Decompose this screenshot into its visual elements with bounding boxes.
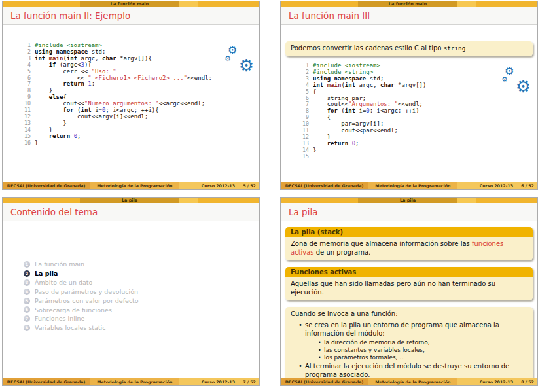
gear-icon: ⚙: [239, 57, 254, 74]
toc-label: Ámbito de un dato: [35, 278, 92, 287]
intro-text: Podemos convertir las cadenas estilo C a…: [291, 45, 444, 52]
toc-item[interactable]: 3Ámbito de un dato: [24, 278, 259, 287]
sub-bullet-item: •las constantes y variables locales,: [318, 347, 528, 355]
block-title: La pila (stack): [285, 227, 533, 237]
toc-label: La pila: [35, 269, 58, 278]
footline-term: Curso 2012-13: [480, 182, 513, 189]
block-body: Aquellas que han sido llamadas pero aún …: [285, 277, 533, 300]
footline: DECSAI (Universidad de Granada) Metodolo…: [3, 378, 259, 385]
toc-label: Parámetros con valor por defecto: [35, 296, 139, 306]
block-invocacion: Cuando se invoca a una función: •se crea…: [285, 307, 533, 384]
footline-course: Metodología de la Programación: [368, 378, 457, 385]
section-navigation-bar: La pila: [281, 198, 537, 203]
toc-number-ball: 7: [24, 315, 30, 322]
toc-item[interactable]: 2La pila: [24, 269, 259, 278]
code-line: 16}: [22, 140, 259, 147]
bullet-icon: •: [318, 354, 324, 362]
slide-body: 1La función main2La pila3Ámbito de un da…: [3, 222, 259, 378]
block-title: Funciones activas: [285, 267, 533, 277]
code-line: 7 return 1;: [22, 81, 259, 88]
code-line: 11 cout<<par<<endl;: [300, 128, 537, 134]
code-line: 14}: [300, 147, 537, 154]
page-number: 6 / 52: [521, 182, 534, 189]
section-tab: La función main: [80, 1, 180, 7]
footline-institute: DECSAI (Universidad de Granada): [3, 182, 90, 189]
slide-page-8[interactable]: La pila La pila La pila (stack) Zona de …: [280, 197, 538, 386]
toc-item[interactable]: 7Funciones inline: [24, 314, 259, 323]
intro-block-text: Podemos convertir las cadenas estilo C a…: [285, 41, 533, 56]
footline-term: Curso 2012-13: [202, 182, 235, 189]
block-intro: Cuando se invoca a una función:: [291, 310, 528, 318]
block-body: Zona de memoria que almacena información…: [285, 237, 533, 260]
bullet-text: Al terminar la ejecución del módulo se d…: [305, 362, 528, 379]
footline-right: Curso 2012-13 5 / 52: [179, 182, 259, 189]
page-number: 8 / 52: [521, 378, 534, 385]
block-la-pila-stack: La pila (stack) Zona de memoria que alma…: [285, 227, 533, 260]
gear-icon: ⚙: [516, 78, 531, 95]
section-tab: La función main: [358, 1, 458, 7]
section-tab: La pila: [358, 198, 458, 203]
code-listing: 1#include <iostream>2using namespace std…: [22, 43, 259, 147]
toc-label: Paso de parámetros y devolución: [35, 287, 138, 296]
code-line: 15: [300, 154, 537, 160]
section-tab-notch: [179, 1, 197, 7]
section-tab-notch: [179, 198, 197, 203]
footline-course: Metodología de la Programación: [368, 182, 457, 189]
block-text: Zona de memoria que almacena información…: [291, 240, 472, 247]
line-number: 16: [22, 140, 31, 147]
bullet-icon: •: [298, 362, 305, 379]
gears-icon: ⚙ ⚙ ⚙: [225, 45, 254, 74]
slide-body: 1#include <iostream>2using namespace std…: [3, 26, 259, 182]
toc-item[interactable]: 1La función main: [24, 260, 259, 269]
bullet-item: •Al terminar la ejecución del módulo se …: [298, 362, 528, 379]
bullet-icon: •: [318, 339, 324, 347]
intro-text-mono: string: [444, 45, 466, 52]
table-of-contents: 1La función main2La pila3Ámbito de un da…: [24, 260, 259, 332]
bullet-icon: •: [298, 321, 305, 338]
toc-number-ball: 6: [24, 306, 30, 313]
footline-right: Curso 2012-13 7 / 52: [179, 378, 259, 385]
toc-number-ball: 8: [24, 325, 30, 331]
footline-right: Curso 2012-13 6 / 52: [457, 182, 537, 189]
slide-page-7[interactable]: La pila Contenido del tema 1La función m…: [2, 197, 260, 386]
section-tab: La pila: [80, 198, 180, 203]
toc-label: Variables locales static: [35, 323, 105, 332]
section-navigation-bar: La función main: [3, 1, 259, 7]
toc-label: Funciones inline: [35, 314, 84, 323]
sub-bullet-text: los parámetros formales, ...: [324, 354, 405, 362]
footline-course: Metodología de la Programación: [90, 182, 179, 189]
section-navigation-bar: La pila: [3, 198, 259, 203]
footline: DECSAI (Universidad de Granada) Metodolo…: [281, 182, 537, 189]
toc-item[interactable]: 6Sobrecarga de funciones: [24, 306, 259, 315]
frame-title: La función main II: Ejemplo: [3, 7, 259, 25]
bullet-text: se crea en la pila un entorno de program…: [305, 321, 528, 338]
slide-body: Podemos convertir las cadenas estilo C a…: [281, 26, 537, 182]
toc-number-ball: 1: [24, 261, 30, 268]
bullet-list: •se crea en la pila un entorno de progra…: [291, 321, 528, 379]
toc-label: Sobrecarga de funciones: [35, 306, 112, 315]
gears-icon: ⚙ ⚙ ⚙: [502, 66, 531, 95]
code-line: 13 return 0;: [300, 141, 537, 147]
code-line: 13 }: [22, 120, 259, 127]
section-tab-notch: [457, 1, 475, 7]
toc-item[interactable]: 8Variables locales static: [24, 323, 259, 332]
toc-number-ball: 4: [24, 289, 30, 295]
sub-bullet-text: la dirección de memoria de retorno,: [324, 339, 430, 347]
code-line: 8 for (int i=0; i<argc; ++i): [300, 108, 537, 115]
footline-term: Curso 2012-13: [480, 378, 513, 385]
footline-institute: DECSAI (Universidad de Granada): [281, 378, 368, 385]
footline: DECSAI (Universidad de Granada) Metodolo…: [281, 378, 537, 385]
toc-item[interactable]: 4Paso de parámetros y devolución: [24, 287, 259, 296]
block-body: Cuando se invoca a una función: •se crea…: [285, 307, 533, 384]
sub-bullet-item: •los parámetros formales, ...: [318, 354, 528, 362]
slide-page-5[interactable]: La función main La función main II: Ejem…: [2, 1, 260, 190]
footline: DECSAI (Universidad de Granada) Metodolo…: [3, 182, 259, 189]
toc-number-ball: 5: [24, 298, 30, 304]
intro-block: Podemos convertir las cadenas estilo C a…: [285, 41, 533, 56]
footline-institute: DECSAI (Universidad de Granada): [281, 182, 368, 189]
frame-title: La pila: [281, 203, 537, 221]
toc-item[interactable]: 5Parámetros con valor por defecto: [24, 296, 259, 306]
sub-bullet-text: las constantes y variables locales,: [324, 347, 425, 355]
slide-page-6[interactable]: La función main La función main III Pode…: [280, 1, 538, 190]
section-navigation-bar: La función main: [281, 1, 537, 7]
